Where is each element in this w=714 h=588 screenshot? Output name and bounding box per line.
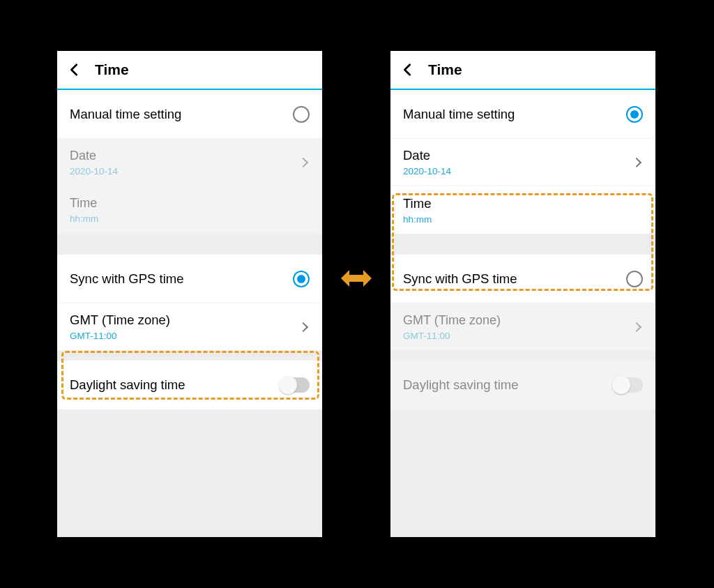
radio-unselected-icon[interactable] — [626, 271, 643, 287]
chevron-right-icon — [632, 322, 641, 331]
gmt-label: GMT (Time zone) — [70, 312, 170, 328]
sync-gps-row[interactable]: Sync with GPS time — [390, 255, 655, 303]
manual-time-row[interactable]: Manual time setting — [57, 90, 322, 139]
sync-gps-label: Sync with GPS time — [403, 271, 517, 287]
date-row-disabled: Date 2020-10-14 — [57, 139, 322, 186]
page-title: Time — [95, 61, 129, 78]
back-icon[interactable] — [67, 62, 82, 77]
date-label: Date — [403, 148, 451, 163]
manual-time-label: Manual time setting — [70, 107, 181, 122]
manual-time-row[interactable]: Manual time setting — [390, 90, 655, 139]
section-gap — [57, 234, 322, 255]
dst-row[interactable]: Daylight saving time — [57, 361, 322, 409]
dst-label: Daylight saving time — [70, 377, 185, 393]
date-label: Date — [70, 149, 118, 163]
time-row-disabled: Time hh:mm — [57, 186, 322, 234]
toggle-off-icon — [614, 377, 643, 393]
radio-unselected-icon[interactable] — [293, 106, 310, 123]
time-label: Time — [70, 196, 98, 211]
dst-label: Daylight saving time — [403, 377, 519, 393]
dst-row-disabled: Daylight saving time — [390, 361, 655, 409]
gmt-value: GMT-11:00 — [70, 331, 170, 341]
gmt-row[interactable]: GMT (Time zone) GMT-11:00 — [57, 303, 322, 351]
section-gap — [390, 234, 655, 255]
section-gap — [390, 351, 655, 361]
date-value: 2020-10-14 — [70, 166, 118, 176]
time-row[interactable]: Time hh:mm — [390, 186, 655, 234]
gmt-row-disabled: GMT (Time zone) GMT-11:00 — [390, 303, 655, 351]
gmt-label: GMT (Time zone) — [403, 313, 501, 328]
swap-arrow-icon — [340, 264, 373, 292]
header-bar: Time — [390, 51, 655, 90]
toggle-off-icon[interactable] — [280, 377, 310, 393]
back-icon[interactable] — [400, 62, 416, 77]
radio-selected-icon[interactable] — [293, 271, 310, 287]
time-value: hh:mm — [403, 214, 432, 225]
chevron-right-icon — [298, 322, 308, 331]
chevron-right-icon — [298, 157, 308, 167]
manual-time-label: Manual time setting — [403, 107, 515, 122]
header-bar: Time — [57, 51, 322, 90]
sync-gps-row[interactable]: Sync with GPS time — [57, 255, 322, 303]
section-gap — [57, 351, 322, 361]
page-title: Time — [428, 61, 462, 78]
gmt-value: GMT-11:00 — [403, 331, 501, 341]
time-label: Time — [403, 196, 432, 211]
radio-selected-icon[interactable] — [626, 106, 643, 123]
sync-gps-label: Sync with GPS time — [70, 271, 183, 287]
date-value: 2020-10-14 — [403, 166, 451, 176]
chevron-right-icon — [632, 157, 641, 167]
phone-screen-gps-mode: Time Manual time setting Date 2020-10-14… — [57, 51, 322, 537]
phone-screen-manual-mode: Time Manual time setting Date 2020-10-14… — [390, 51, 655, 537]
time-value: hh:mm — [70, 213, 98, 224]
date-row[interactable]: Date 2020-10-14 — [390, 139, 655, 186]
